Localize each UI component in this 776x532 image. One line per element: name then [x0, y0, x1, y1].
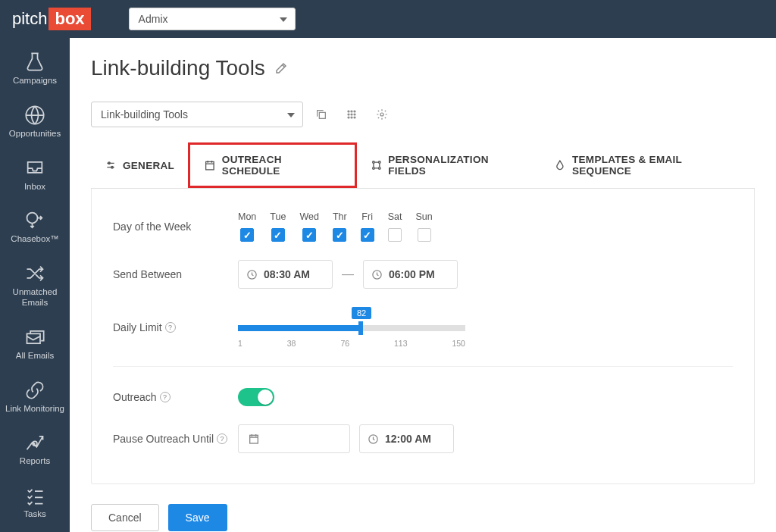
tasks-icon	[24, 485, 45, 506]
slider-thumb[interactable]	[358, 321, 363, 335]
sidebar-item-label: Tasks	[23, 509, 45, 520]
globe-icon	[24, 105, 45, 126]
topbar: pitch box Admix	[0, 0, 776, 38]
days-container: MonTueWedThrFriSatSun	[238, 211, 433, 242]
pause-time-input[interactable]: 12:00 AM	[359, 424, 454, 453]
clock-icon	[368, 433, 379, 445]
settings-panel: Day of the Week MonTueWedThrFriSatSun Se…	[91, 189, 755, 484]
edit-icon[interactable]	[274, 61, 288, 75]
day-column: Wed	[299, 211, 318, 242]
slider-tick: 1	[238, 339, 242, 348]
day-checkbox[interactable]	[302, 228, 316, 242]
org-select[interactable]: Admix	[129, 8, 296, 30]
svg-point-20	[372, 167, 374, 170]
cancel-button[interactable]: Cancel	[91, 504, 159, 531]
save-button[interactable]: Save	[168, 504, 227, 531]
outreach-label: Outreach ?	[113, 391, 238, 403]
slider-tick: 38	[287, 339, 296, 348]
reports-icon	[24, 432, 45, 453]
emails-icon	[24, 327, 45, 348]
svg-point-9	[351, 114, 352, 115]
link-icon	[24, 380, 45, 401]
help-icon[interactable]: ?	[217, 433, 227, 444]
help-icon[interactable]: ?	[160, 392, 171, 402]
sidebar-item-label: Campaigns	[13, 76, 57, 86]
sidebar-item-inbox[interactable]: Inbox	[23, 153, 47, 197]
end-time-input[interactable]: 06:00 PM	[363, 260, 458, 289]
sidebar-item-label: Link Monitoring	[5, 404, 64, 415]
day-checkbox[interactable]	[418, 228, 431, 242]
pause-time-value: 12:00 AM	[385, 433, 431, 445]
tab-templates[interactable]: TEMPLATES & EMAIL SEQUENCE	[540, 142, 755, 188]
sidebar-item-label: Unmatched Emails	[2, 287, 68, 308]
day-column: Tue	[270, 211, 286, 242]
daily-limit-label: Daily Limit ?	[113, 321, 238, 333]
campaign-select-value: Link-building Tools	[101, 108, 188, 120]
svg-rect-4	[319, 112, 325, 118]
day-checkbox[interactable]	[388, 228, 402, 242]
sidebar-item-all-emails[interactable]: All Emails	[14, 322, 55, 366]
tab-general[interactable]: GENERAL	[91, 142, 188, 188]
svg-point-14	[380, 113, 383, 116]
grid-icon[interactable]	[340, 102, 364, 127]
tab-label: TEMPLATES & EMAIL SEQUENCE	[572, 154, 741, 177]
brand-logo: pitch box	[12, 8, 91, 30]
day-abbr: Sun	[415, 211, 432, 222]
sidebar-item-label: Inbox	[24, 182, 45, 192]
calendar-icon	[204, 159, 216, 171]
main-content: Link-building Tools Link-building Tools …	[70, 38, 776, 532]
day-checkbox[interactable]	[333, 228, 346, 242]
svg-point-7	[354, 111, 355, 112]
slider-tick: 113	[394, 339, 408, 348]
sidebar-item-unmatched[interactable]: Unmatched Emails	[0, 258, 70, 313]
svg-point-8	[348, 114, 349, 115]
campaign-select[interactable]: Link-building Tools	[91, 102, 303, 127]
svg-point-5	[348, 111, 349, 112]
sidebar-item-link-monitoring[interactable]: Link Monitoring	[4, 375, 66, 419]
sidebar-item-label: Chasebox™	[11, 234, 58, 245]
chase-icon	[24, 210, 45, 231]
sidebar-item-chasebox[interactable]: Chasebox™	[9, 205, 60, 249]
logo-box: box	[48, 8, 90, 30]
clock-icon	[371, 269, 383, 280]
tab-outreach-schedule[interactable]: OUTREACH SCHEDULE	[188, 142, 356, 188]
tab-personalization[interactable]: PERSONALIZATION FIELDS	[357, 142, 541, 188]
logo-pitch: pitch	[12, 9, 47, 29]
flask-icon	[24, 52, 45, 73]
day-checkbox[interactable]	[271, 228, 285, 242]
svg-point-11	[348, 117, 349, 118]
day-column: Sun	[415, 211, 432, 242]
day-checkbox[interactable]	[240, 228, 254, 242]
svg-point-19	[378, 161, 380, 164]
svg-point-10	[354, 114, 355, 115]
svg-rect-17	[206, 161, 214, 169]
gear-icon[interactable]	[370, 102, 394, 127]
day-checkbox[interactable]	[361, 228, 374, 242]
svg-point-12	[351, 117, 352, 118]
start-time-value: 08:30 AM	[264, 268, 310, 280]
help-icon[interactable]: ?	[165, 322, 176, 333]
outreach-toggle[interactable]	[238, 388, 274, 406]
svg-rect-2	[27, 333, 40, 343]
sidebar-item-label: Reports	[20, 456, 50, 467]
page-title: Link-building Tools	[91, 56, 265, 80]
sidebar-item-opportunities[interactable]: Opportunities	[8, 100, 62, 144]
sidebar-item-campaigns[interactable]: Campaigns	[11, 47, 58, 91]
duplicate-icon[interactable]	[309, 102, 333, 127]
send-between-label: Send Between	[113, 268, 238, 280]
time-separator: —	[342, 268, 354, 281]
day-column: Thr	[333, 211, 347, 242]
pause-date-input[interactable]	[238, 424, 350, 453]
daily-limit-slider[interactable]: 82 13876113150	[238, 307, 465, 348]
slider-ticks: 13876113150	[238, 339, 465, 348]
tab-label: OUTREACH SCHEDULE	[222, 154, 341, 177]
sidebar-item-label: All Emails	[16, 351, 54, 361]
sidebar-item-tasks[interactable]: Tasks	[22, 480, 47, 524]
start-time-input[interactable]: 08:30 AM	[238, 260, 333, 289]
day-column: Sat	[388, 211, 402, 242]
nodes-icon	[371, 159, 383, 171]
org-select-value: Admix	[139, 13, 168, 25]
svg-point-18	[372, 161, 374, 164]
sidebar-item-reports[interactable]: Reports	[18, 427, 52, 471]
sliders-icon	[105, 159, 117, 171]
